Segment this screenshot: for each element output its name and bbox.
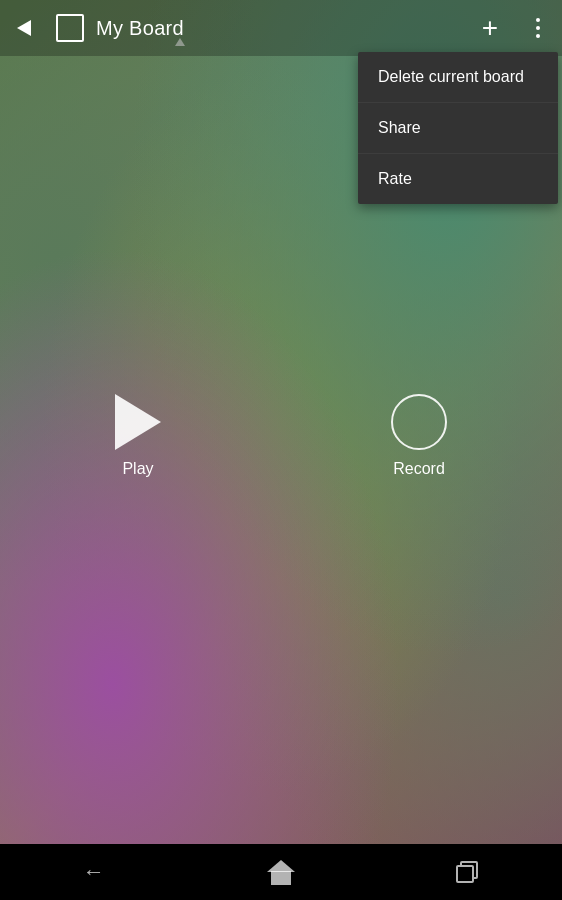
nav-recent-button[interactable] xyxy=(438,844,498,900)
dropdown-menu: Delete current board Share Rate xyxy=(358,52,558,204)
dot3 xyxy=(536,34,540,38)
record-button[interactable]: Record xyxy=(391,394,447,478)
menu-item-rate[interactable]: Rate xyxy=(358,154,558,204)
back-button[interactable] xyxy=(0,0,48,56)
add-icon: + xyxy=(482,14,498,42)
app-bar: My Board + xyxy=(0,0,562,56)
menu-item-share[interactable]: Share xyxy=(358,103,558,154)
home-body xyxy=(271,871,291,885)
nav-bar: ← xyxy=(0,844,562,900)
play-button[interactable]: Play xyxy=(115,394,161,478)
dot2 xyxy=(536,26,540,30)
record-label: Record xyxy=(393,460,445,478)
menu-item-delete[interactable]: Delete current board xyxy=(358,52,558,103)
board-icon-container xyxy=(52,10,88,46)
record-icon xyxy=(391,394,447,450)
recent-front xyxy=(456,865,474,883)
overflow-button[interactable] xyxy=(514,0,562,56)
nav-home-icon xyxy=(267,860,295,885)
nav-home-button[interactable] xyxy=(251,844,311,900)
board-icon xyxy=(56,14,84,42)
play-label: Play xyxy=(122,460,153,478)
nav-recent-icon xyxy=(456,861,480,883)
play-icon xyxy=(115,394,161,450)
app-title: My Board xyxy=(96,17,466,40)
back-icon xyxy=(17,20,31,36)
overflow-icon xyxy=(536,18,540,38)
nav-back-button[interactable]: ← xyxy=(64,844,124,900)
add-button[interactable]: + xyxy=(466,0,514,56)
dot1 xyxy=(536,18,540,22)
nav-back-icon: ← xyxy=(83,859,105,885)
